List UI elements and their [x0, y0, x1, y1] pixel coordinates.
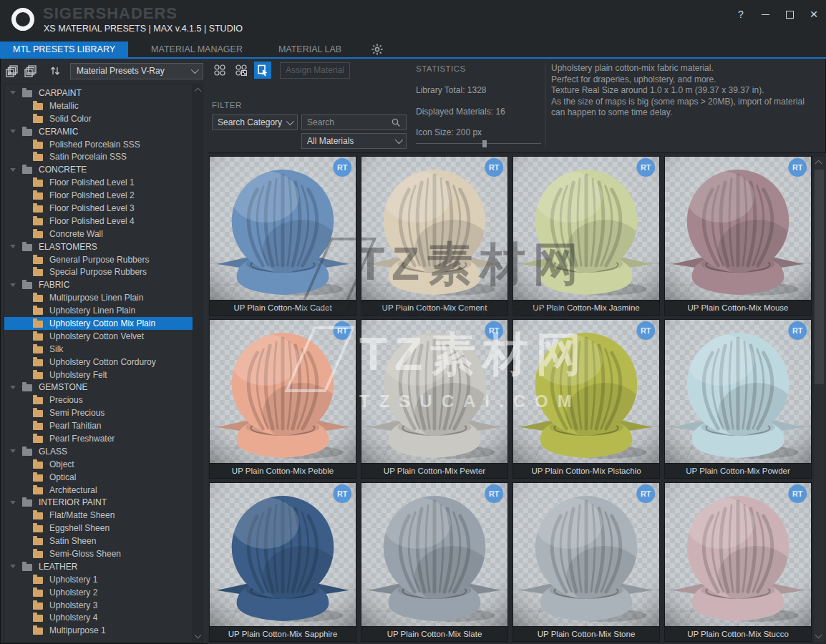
tree-item-upholstery-linen-plain[interactable]: Upholstery Linen Plain: [4, 304, 193, 317]
expand-arrow-icon[interactable]: [10, 449, 16, 453]
material-card-up-plain-cotton-mix-pewter[interactable]: RTUP Plain Cotton-Mix Pewter: [361, 319, 508, 479]
material-card-up-plain-cotton-mix-sapphire[interactable]: RTUP Plain Cotton-Mix Sapphire: [209, 482, 356, 642]
grid-scroll-thumb[interactable]: [815, 170, 824, 384]
category-tree: CARPAINTMetallicSolid ColorCERAMICPolish…: [4, 87, 193, 637]
expand-arrow-icon[interactable]: [10, 91, 16, 94]
material-card-up-plain-cotton-mix-powder[interactable]: RTUP Plain Cotton-Mix Powder: [664, 319, 812, 479]
tree-item-semi-precious[interactable]: Semi Precious: [4, 406, 193, 419]
tree-item-floor-polished-level-4[interactable]: Floor Polished Level 4: [4, 215, 193, 228]
tree-item-pearl-freshwater[interactable]: Pearl Freshwater: [4, 432, 193, 445]
tree-group-label: LEATHER: [39, 562, 77, 572]
folder-icon: [33, 192, 43, 200]
remove-library-button[interactable]: [23, 63, 39, 79]
tree-scrollbar[interactable]: [193, 84, 203, 642]
tree-item-pearl-tahitian[interactable]: Pearl Tahitian: [4, 419, 193, 432]
tree-item-upholstery-felt[interactable]: Upholstery Felt: [4, 369, 193, 381]
tree-group-carpaint[interactable]: CARPAINT: [4, 87, 193, 99]
material-card-up-plain-cotton-mix-pistachio[interactable]: RTUP Plain Cotton-Mix Pistachio: [512, 319, 660, 479]
material-preview[interactable]: RT: [361, 483, 507, 626]
material-preview[interactable]: RT: [361, 157, 507, 300]
tab-material-manager[interactable]: MATERIAL MANAGER: [138, 42, 256, 57]
tree-group-interior-paint[interactable]: INTERIOR PAINT: [4, 497, 193, 509]
tree-item-multipurpose-1[interactable]: Multipurpose 1: [4, 624, 193, 637]
maximize-button[interactable]: [777, 2, 802, 26]
tree-item-silk[interactable]: Silk: [4, 343, 193, 356]
tree-group-ceramic[interactable]: CERAMIC: [4, 125, 193, 138]
material-preview[interactable]: RT: [513, 483, 659, 626]
tab-mtl-presets-library[interactable]: MTL PRESETS LIBRARY: [0, 42, 128, 57]
help-button[interactable]: ?: [729, 2, 753, 26]
expand-arrow-icon[interactable]: [10, 168, 16, 172]
tree-item-eggshell-sheen[interactable]: Eggshell Sheen: [4, 522, 193, 535]
material-type-dropdown[interactable]: All Materials: [301, 133, 407, 149]
expand-arrow-icon[interactable]: [10, 245, 16, 248]
tree-group-concrete[interactable]: CONCRETE: [4, 163, 193, 176]
tree-item-semi-gloss-sheen[interactable]: Semi-Gloss Sheen: [4, 547, 193, 560]
tree-item-floor-polished-level-1[interactable]: Floor Polished Level 1: [4, 176, 193, 189]
material-preview[interactable]: RT: [361, 320, 507, 463]
tree-item-flat-matte-sheen[interactable]: Flat/Matte Sheen: [4, 509, 193, 522]
icons-view-button[interactable]: [211, 62, 228, 79]
tree-item-upholstery-2[interactable]: Upholstery 2: [4, 586, 193, 599]
expand-arrow-icon[interactable]: [10, 386, 16, 389]
search-category-dropdown[interactable]: Search Category: [212, 114, 298, 130]
expand-arrow-icon[interactable]: [10, 283, 16, 287]
tree-group-fabric[interactable]: FABRIC: [4, 278, 193, 291]
tree-item-upholstery-cotton-velvet[interactable]: Upholstery Cotton Velvet: [4, 330, 193, 343]
tree-item-satin-porcelain-sss[interactable]: Satin Porcelain SSS: [4, 150, 193, 163]
assign-material-button[interactable]: Assign Material: [280, 62, 350, 79]
material-preview[interactable]: RT: [665, 320, 811, 463]
tree-item-precious[interactable]: Precious: [4, 394, 193, 406]
tree-item-floor-polished-level-2[interactable]: Floor Polished Level 2: [4, 189, 193, 202]
tree-item-upholstery-1[interactable]: Upholstery 1: [4, 573, 193, 586]
tree-item-floor-polished-level-3[interactable]: Floor Polished Level 3: [4, 202, 193, 215]
tree-item-upholstery-3[interactable]: Upholstery 3: [4, 599, 193, 612]
slider-thumb[interactable]: [482, 140, 487, 147]
tree-group-leather[interactable]: LEATHER: [4, 560, 193, 573]
tree-item-special-purpose-rubbers[interactable]: Special Purpose Rubbers: [4, 265, 193, 278]
material-preview[interactable]: RT: [513, 157, 659, 300]
expand-arrow-icon[interactable]: [10, 565, 16, 568]
tab-material-lab[interactable]: MATERIAL LAB: [266, 42, 354, 57]
expand-arrow-icon[interactable]: [10, 130, 16, 133]
tree-group-elastomers[interactable]: ELASTOMERS: [4, 240, 193, 253]
tree-item-concrete-wall[interactable]: Concrete Wall: [4, 228, 193, 240]
material-card-up-plain-cotton-mix-stone[interactable]: RTUP Plain Cotton-Mix Stone: [512, 482, 660, 642]
icon-size-slider[interactable]: [416, 140, 541, 147]
sort-button[interactable]: [47, 63, 63, 79]
tree-item-polished-porcelain-sss[interactable]: Polished Porcelain SSS: [4, 138, 193, 151]
material-preview[interactable]: RT: [513, 320, 659, 463]
material-card-up-plain-cotton-mix-stucco[interactable]: RTUP Plain Cotton-Mix Stucco: [664, 482, 812, 642]
material-card-up-plain-cotton-mix-mouse[interactable]: RTUP Plain Cotton-Mix Mouse: [664, 156, 812, 316]
search-input[interactable]: Search: [301, 114, 407, 130]
tree-item-optical[interactable]: Optical: [4, 471, 193, 484]
library-preset-dropdown[interactable]: Material Presets V-Ray: [70, 63, 203, 79]
tree-item-architectural[interactable]: Architectural: [4, 484, 193, 497]
tree-group-gemstone[interactable]: GEMSTONE: [4, 381, 193, 394]
grid-scrollbar[interactable]: [814, 157, 825, 642]
tree-item-metallic[interactable]: Metallic: [4, 99, 193, 112]
tree-item-general-purpose-rubbers[interactable]: General Purpose Rubbers: [4, 253, 193, 266]
expand-arrow-icon[interactable]: [10, 501, 16, 504]
material-card-up-plain-cotton-mix-cement[interactable]: RTUP Plain Cotton-Mix Cement: [361, 156, 508, 316]
material-card-up-plain-cotton-mix-jasmine[interactable]: RTUP Plain Cotton-Mix Jasmine: [512, 156, 660, 316]
material-name: UP Plain Cotton-Mix Pewter: [361, 463, 507, 478]
tree-item-solid-color[interactable]: Solid Color: [4, 112, 193, 125]
material-preview[interactable]: RT: [210, 483, 356, 626]
tree-item-upholstery-cotton-corduroy[interactable]: Upholstery Cotton Corduroy: [4, 356, 193, 369]
minimize-button[interactable]: [753, 2, 777, 26]
assign-to-selection-toggle[interactable]: [254, 62, 271, 79]
material-preview[interactable]: RT: [665, 483, 811, 626]
icons-map-view-button[interactable]: [233, 62, 250, 79]
tree-item-satin-sheen[interactable]: Satin Sheen: [4, 535, 193, 547]
tree-item-object[interactable]: Object: [4, 458, 193, 471]
add-library-button[interactable]: [4, 63, 20, 79]
tree-group-glass[interactable]: GLASS: [4, 445, 193, 458]
settings-tab[interactable]: [361, 42, 393, 57]
tree-item-upholstery-cotton-mix-plain[interactable]: Upholstery Cotton Mix Plain: [4, 317, 193, 330]
close-button[interactable]: ×: [802, 2, 826, 26]
tree-item-multipurpose-linen-plain[interactable]: Multipurpose Linen Plain: [4, 291, 193, 304]
material-preview[interactable]: RT: [665, 157, 811, 300]
tree-item-upholstery-4[interactable]: Upholstery 4: [4, 612, 193, 625]
material-card-up-plain-cotton-mix-slate[interactable]: RTUP Plain Cotton-Mix Slate: [361, 482, 508, 642]
